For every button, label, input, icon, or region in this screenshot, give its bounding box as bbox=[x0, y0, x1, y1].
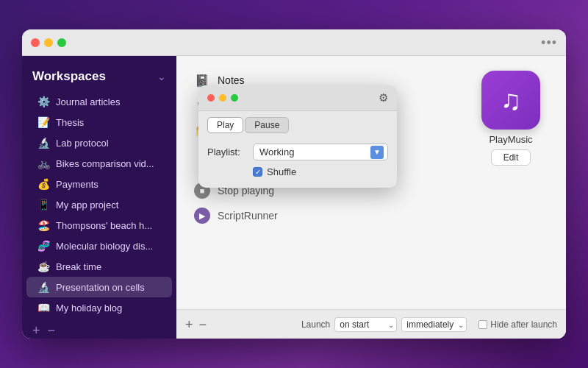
dialog-tab-pause[interactable]: Pause bbox=[245, 117, 289, 133]
maximize-button[interactable] bbox=[57, 38, 66, 47]
app-project-icon: 📱 bbox=[37, 198, 50, 211]
sidebar-item-thesis[interactable]: 📝 Thesis bbox=[26, 112, 172, 132]
sidebar-item-label: Payments bbox=[56, 179, 98, 190]
file-name-notes: Notes bbox=[218, 74, 245, 86]
sidebar-item-label: Thompsons' beach h... bbox=[56, 220, 152, 231]
script-runner-icon: ▶ bbox=[194, 208, 210, 224]
sidebar: Workspaces ⌄ ⚙️ Journal articles 📝 Thesi… bbox=[22, 56, 176, 339]
sidebar-chevron-icon[interactable]: ⌄ bbox=[157, 71, 166, 82]
playlist-row: Playlist: Working ▼ bbox=[207, 144, 388, 160]
launch-timing-wrapper: immediately after delay bbox=[401, 317, 467, 332]
sidebar-item-lab-protocol[interactable]: 🔬 Lab protocol bbox=[26, 132, 172, 153]
launch-on-start-wrapper: on start on demand bbox=[334, 317, 397, 332]
title-bar: ••• bbox=[22, 29, 566, 56]
sidebar-item-label: Bikes comparison vid... bbox=[56, 158, 154, 169]
sidebar-item-label: Thesis bbox=[56, 117, 84, 128]
sidebar-item-label: Presentation on cells bbox=[56, 282, 145, 293]
sidebar-item-label: Break time bbox=[56, 261, 101, 272]
add-item-button[interactable]: + bbox=[185, 318, 193, 331]
sidebar-item-presentation[interactable]: 🔬 Presentation on cells bbox=[26, 277, 172, 297]
sidebar-item-break-time[interactable]: ☕ Break time bbox=[26, 256, 172, 277]
sidebar-item-molecular[interactable]: 🧬 Molecular biology dis... bbox=[26, 236, 172, 256]
sidebar-header: Workspaces ⌄ bbox=[22, 65, 176, 91]
remove-item-button[interactable]: − bbox=[199, 318, 207, 331]
hide-after-launch-area: Hide after launch bbox=[478, 319, 557, 330]
main-content: Workspaces ⌄ ⚙️ Journal articles 📝 Thesi… bbox=[22, 56, 566, 339]
dialog-close-button[interactable] bbox=[207, 94, 215, 102]
bikes-icon: 🚲 bbox=[37, 157, 50, 170]
traffic-lights bbox=[31, 38, 66, 47]
more-options-icon[interactable]: ••• bbox=[541, 35, 557, 50]
action-script-runner[interactable]: ▶ ScriptRunner bbox=[188, 203, 554, 228]
break-time-icon: ☕ bbox=[37, 260, 50, 273]
sidebar-item-thompsons[interactable]: 🏖️ Thompsons' beach h... bbox=[26, 215, 172, 236]
thompsons-icon: 🏖️ bbox=[37, 219, 50, 232]
shuffle-row: ✓ Shuffle bbox=[207, 166, 388, 177]
sidebar-item-label: Molecular biology dis... bbox=[56, 241, 153, 252]
launch-section: Launch on start on demand immediately af… bbox=[301, 317, 467, 332]
launch-timing-select[interactable]: immediately after delay bbox=[401, 317, 467, 332]
shuffle-label: Shuffle bbox=[267, 166, 296, 177]
right-panel: 📓 Notes W Cell 📁 Pictures ■ Stop playing bbox=[176, 56, 566, 339]
close-button[interactable] bbox=[31, 38, 40, 47]
sidebar-item-app-project[interactable]: 📱 My app project bbox=[26, 194, 172, 215]
sidebar-item-label: My holiday blog bbox=[56, 302, 122, 314]
dialog-minimize-button[interactable] bbox=[219, 94, 226, 102]
payments-icon: 💰 bbox=[37, 177, 50, 191]
playmusic-icon: ♫ bbox=[481, 71, 540, 130]
sidebar-item-label: Journal articles bbox=[56, 96, 120, 107]
hide-after-launch-checkbox[interactable] bbox=[478, 320, 487, 329]
add-workspace-button[interactable]: + bbox=[32, 324, 40, 337]
playlist-select-wrap: Working ▼ bbox=[253, 144, 388, 160]
sidebar-item-holiday-blog[interactable]: 📖 My holiday blog bbox=[26, 297, 172, 318]
sidebar-item-label: My app project bbox=[56, 199, 118, 210]
hide-after-launch-label: Hide after launch bbox=[490, 319, 557, 330]
edit-button[interactable]: Edit bbox=[491, 149, 531, 166]
sidebar-item-label: Lab protocol bbox=[56, 138, 109, 149]
bottom-bar: + − Launch on start on demand immediatel… bbox=[176, 309, 566, 339]
shuffle-checkbox[interactable]: ✓ bbox=[253, 167, 262, 177]
launch-label: Launch bbox=[301, 319, 330, 330]
playmusic-label: PlayMusic bbox=[489, 134, 532, 145]
dialog-tabs: Play Pause bbox=[198, 111, 397, 138]
dialog-title-bar: ⚙ bbox=[198, 85, 397, 111]
dialog-tab-play[interactable]: Play bbox=[207, 117, 243, 133]
journal-articles-icon: ⚙️ bbox=[37, 95, 50, 108]
holiday-blog-icon: 📖 bbox=[37, 301, 50, 314]
music-note-icon: ♫ bbox=[501, 85, 522, 116]
sidebar-title: Workspaces bbox=[32, 69, 106, 84]
dialog-maximize-button[interactable] bbox=[231, 94, 238, 102]
playlist-select[interactable]: Working bbox=[253, 144, 388, 160]
floating-dialog: ⚙ Play Pause Playlist: Working ▼ bbox=[198, 85, 397, 188]
playlist-label: Playlist: bbox=[207, 146, 247, 158]
thesis-icon: 📝 bbox=[37, 116, 50, 129]
dialog-body: Playlist: Working ▼ ✓ Shuffle bbox=[198, 138, 397, 188]
launch-trigger-select[interactable]: on start on demand bbox=[334, 317, 397, 332]
minimize-button[interactable] bbox=[44, 38, 53, 47]
presentation-icon: 🔬 bbox=[37, 280, 50, 294]
main-window: ••• Workspaces ⌄ ⚙️ Journal articles 📝 T… bbox=[22, 29, 566, 339]
action-label-runner: ScriptRunner bbox=[218, 210, 278, 222]
playmusic-card: ♫ PlayMusic Edit bbox=[470, 71, 551, 166]
sidebar-item-payments[interactable]: 💰 Payments bbox=[26, 174, 172, 194]
sidebar-footer: + − bbox=[22, 318, 176, 339]
dialog-gear-icon[interactable]: ⚙ bbox=[379, 91, 388, 105]
molecular-icon: 🧬 bbox=[37, 239, 50, 252]
sidebar-item-bikes[interactable]: 🚲 Bikes comparison vid... bbox=[26, 153, 172, 174]
lab-protocol-icon: 🔬 bbox=[37, 136, 50, 149]
sidebar-item-journal-articles[interactable]: ⚙️ Journal articles bbox=[26, 91, 172, 112]
remove-workspace-button[interactable]: − bbox=[48, 324, 56, 337]
